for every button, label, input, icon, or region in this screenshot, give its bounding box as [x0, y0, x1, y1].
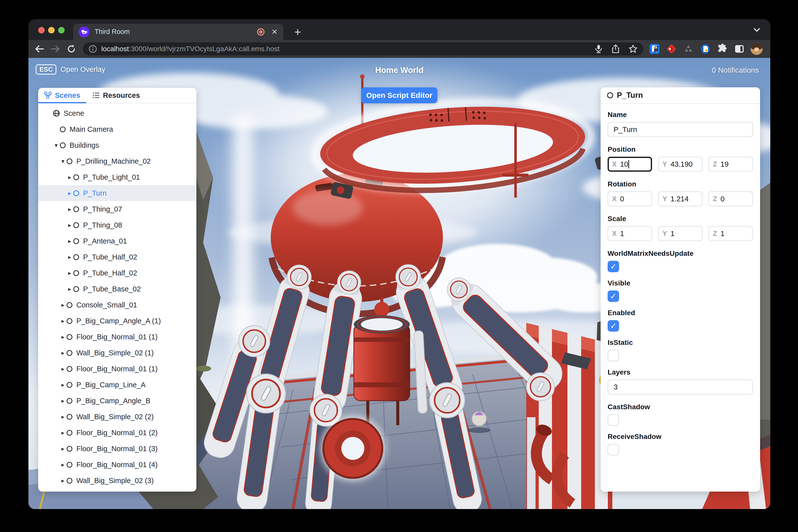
- tree-item[interactable]: Main Camera: [38, 121, 196, 137]
- reload-button[interactable]: [65, 42, 78, 55]
- position-z-input[interactable]: Z19: [708, 157, 753, 172]
- tree-item[interactable]: ▸Wall_Big_Simple_02 (3): [38, 473, 196, 489]
- caret-right-icon[interactable]: ▸: [59, 430, 66, 436]
- tab-search-chevron-icon[interactable]: [752, 26, 761, 34]
- share-icon[interactable]: [611, 44, 620, 54]
- caret-right-icon[interactable]: ▸: [66, 254, 73, 261]
- tree-item[interactable]: ▸Floor_Big_Normal_01 (4): [38, 457, 196, 473]
- third-room-app: ESC Open Overlay Home World 0 Notificati…: [28, 58, 770, 509]
- caret-right-icon[interactable]: ▸: [66, 286, 73, 292]
- position-y-input[interactable]: Y43.190: [658, 157, 702, 172]
- enabled-checkbox[interactable]: [608, 320, 619, 331]
- open-script-editor-button[interactable]: Open Script Editor: [361, 87, 437, 103]
- scale-z-input[interactable]: Z1: [708, 226, 753, 241]
- layers-input[interactable]: 3: [608, 380, 753, 395]
- tree-item[interactable]: ▸P_Antena_01: [38, 233, 196, 249]
- rotation-x-input[interactable]: X0: [608, 191, 652, 206]
- caret-right-icon[interactable]: ▸: [59, 414, 66, 420]
- isstatic-checkbox[interactable]: [608, 350, 619, 361]
- tree-item[interactable]: ▸Floor_Big_Normal_01 (3): [38, 441, 196, 457]
- tree-item[interactable]: ▸Floor_Big_Normal_01 (1): [38, 361, 196, 377]
- tree-item[interactable]: ▾P_Drilling_Machine_02: [38, 153, 196, 169]
- scale-x-input[interactable]: X1: [608, 226, 652, 241]
- caret-right-icon[interactable]: ▸: [66, 206, 73, 213]
- url-text[interactable]: localhost:3000/world/!vjrzmTVOcyIsLgaAkA…: [101, 45, 586, 53]
- tree-item[interactable]: ▸P_Big_Camp_Angle_A (1): [38, 313, 196, 329]
- address-bar[interactable]: localhost:3000/world/!vjrzmTVOcyIsLgaAkA…: [83, 42, 643, 55]
- extensions-puzzle-icon[interactable]: [717, 43, 728, 55]
- browser-menu-icon[interactable]: [767, 45, 770, 53]
- tree-item[interactable]: ▸P_Big_Camp_Line_A: [38, 377, 196, 393]
- tab-close-icon[interactable]: ✕: [271, 28, 278, 36]
- caret-down-icon[interactable]: ▾: [59, 158, 66, 165]
- close-window-button[interactable]: [38, 27, 45, 34]
- tree-item[interactable]: ▸Floor_Big_Normal_01 (2): [38, 425, 196, 441]
- tree-item[interactable]: ▸P_Big_Camp_Angle_B: [38, 393, 196, 409]
- visible-checkbox[interactable]: [608, 290, 619, 302]
- notifications-status[interactable]: 0 Notifications: [712, 66, 759, 74]
- caret-right-icon[interactable]: ▸: [59, 318, 66, 324]
- forward-button[interactable]: [49, 42, 62, 55]
- tab-scenes[interactable]: Scenes: [38, 88, 86, 103]
- property-section: ReceiveShadow: [608, 433, 753, 455]
- caret-right-icon[interactable]: ▸: [66, 190, 73, 197]
- caret-right-icon[interactable]: ▸: [59, 382, 66, 388]
- caret-right-icon[interactable]: ▸: [66, 174, 73, 180]
- rotation-z-input[interactable]: Z0: [708, 191, 753, 206]
- tree-item[interactable]: ▾Buildings: [38, 137, 196, 153]
- scale-y-input[interactable]: Y1: [658, 226, 702, 241]
- tab-resources[interactable]: Resources: [86, 88, 146, 103]
- caret-right-icon[interactable]: ▸: [59, 445, 66, 452]
- tree-item[interactable]: ▸P_Tube_Half_02: [38, 265, 196, 281]
- caret-right-icon[interactable]: ▸: [59, 461, 66, 468]
- extension-reader-icon[interactable]: [700, 43, 711, 55]
- tree-item-label: Wall_Big_Simple_02 (1): [76, 349, 154, 357]
- caret-right-icon[interactable]: ▸: [59, 349, 66, 356]
- caret-right-icon[interactable]: ▸: [66, 270, 73, 277]
- caret-right-icon[interactable]: ▸: [59, 477, 66, 484]
- profile-avatar[interactable]: [750, 43, 763, 55]
- caret-down-icon[interactable]: ▾: [52, 142, 60, 149]
- tree-item[interactable]: ▸P_Tube_Base_02: [38, 281, 196, 297]
- tree-item[interactable]: ▸P_Thing_08: [38, 217, 196, 233]
- property-section: WorldMatrixNeedsUpdate: [608, 249, 753, 272]
- caret-right-icon[interactable]: ▸: [59, 302, 66, 308]
- minimize-window-button[interactable]: [48, 27, 55, 34]
- caret-right-icon[interactable]: ▸: [66, 222, 73, 229]
- extension-password-manager-icon[interactable]: [649, 43, 660, 55]
- tree-item[interactable]: ▸P_Thing_07: [38, 201, 196, 217]
- tree-item-label: P_Turn: [83, 189, 107, 197]
- world-title: Home World: [28, 65, 770, 75]
- tree-item[interactable]: ▸Wall_Big_Simple_02 (1): [38, 345, 196, 361]
- position-x-input[interactable]: X10: [608, 157, 652, 172]
- castshadow-checkbox[interactable]: [608, 414, 619, 426]
- side-panel-icon[interactable]: [734, 43, 745, 55]
- browser-tab[interactable]: Third Room ✕: [73, 24, 283, 40]
- caret-right-icon[interactable]: ▸: [59, 398, 66, 404]
- axis-prefix: Y: [663, 195, 667, 203]
- properties-sections: NameP_TurnPositionX10Y43.190Z19RotationX…: [601, 104, 760, 455]
- tree-item[interactable]: ▸P_Tube_Half_02: [38, 249, 196, 265]
- back-button[interactable]: [33, 42, 46, 55]
- zoom-window-button[interactable]: [58, 27, 64, 34]
- extension-recycle-icon[interactable]: [683, 43, 694, 55]
- name-input[interactable]: P_Turn: [608, 122, 753, 137]
- tree-item[interactable]: ▸P_Turn: [38, 185, 196, 201]
- tree-item[interactable]: ▸P_Tube_Light_01: [38, 169, 196, 185]
- bookmark-star-icon[interactable]: [628, 44, 638, 54]
- site-info-icon[interactable]: [88, 44, 97, 53]
- caret-right-icon[interactable]: ▸: [59, 365, 66, 372]
- tree-item[interactable]: Scene: [38, 105, 196, 121]
- extension-red-diamond-icon[interactable]: [666, 43, 677, 55]
- property-label: Rotation: [608, 180, 753, 188]
- microphone-icon[interactable]: [594, 44, 603, 54]
- tree-item[interactable]: ▸Wall_Big_Simple_02 (2): [38, 409, 196, 425]
- tree-item[interactable]: ▸Console_Small_01: [38, 297, 196, 313]
- caret-right-icon[interactable]: ▸: [66, 238, 73, 245]
- tree-item[interactable]: ▸Floor_Big_Normal_01 (1): [38, 329, 196, 345]
- worldmatrixneedsupdate-checkbox[interactable]: [608, 261, 619, 272]
- new-tab-button[interactable]: +: [291, 25, 304, 39]
- receiveshadow-checkbox[interactable]: [608, 444, 619, 455]
- rotation-y-input[interactable]: Y1.214: [658, 191, 702, 206]
- caret-right-icon[interactable]: ▸: [59, 334, 66, 340]
